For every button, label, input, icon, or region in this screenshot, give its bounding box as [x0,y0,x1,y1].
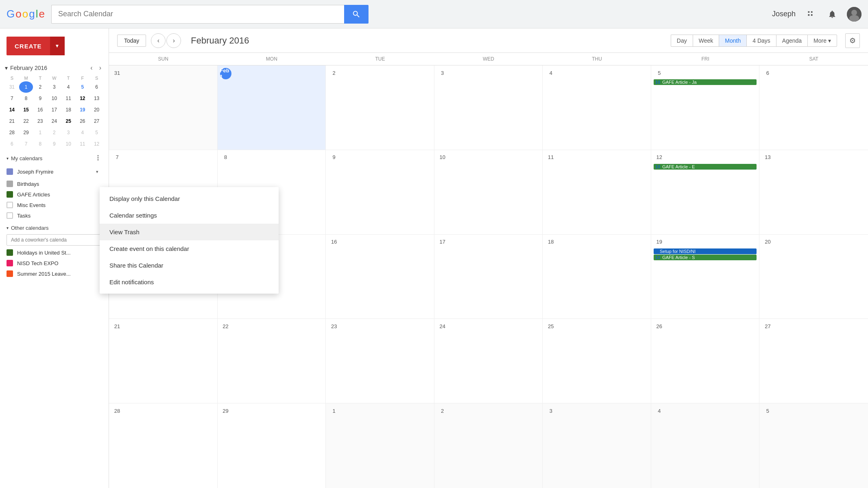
prev-button[interactable]: ‹ [151,33,166,48]
view-agenda[interactable]: Agenda [776,35,807,47]
avatar[interactable] [847,7,861,22]
mini-day-m2[interactable]: 2 [47,127,61,138]
mini-day-8[interactable]: 8 [19,93,33,104]
view-day[interactable]: Day [671,35,693,47]
view-month[interactable]: Month [719,35,746,47]
mini-cal-title[interactable]: ▾ February 2016 [5,65,47,71]
cal-day-24[interactable]: 24 [434,319,543,403]
notifications-icon[interactable] [825,7,840,22]
mini-day-1[interactable]: 1 [19,81,33,93]
mini-day-16[interactable]: 16 [33,104,47,115]
next-button[interactable]: › [166,33,181,48]
cal-day-mar4[interactable]: 4 [651,403,760,488]
cal-day-29[interactable]: 29 [218,403,326,488]
cal-day-3[interactable]: 3 [434,65,543,150]
cal-day-19[interactable]: 19 7 Setup for NISD/NI 10 GAFE Article -… [651,235,760,319]
mini-day-4[interactable]: 4 [61,81,76,93]
cal-day-28[interactable]: 28 [109,403,218,488]
mini-day-19[interactable]: 19 [76,104,90,115]
mini-day-28[interactable]: 28 [5,127,19,138]
mini-day-m1[interactable]: 1 [33,127,47,138]
ctx-edit-notifications[interactable]: Edit notifications [100,274,279,290]
mini-day-m11[interactable]: 11 [76,138,90,150]
ctx-create-event[interactable]: Create event on this calendar [100,240,279,257]
mini-cal-prev[interactable]: ‹ [88,63,95,72]
mini-day-31[interactable]: 31 [5,81,19,93]
cal-day-mar1[interactable]: 1 [326,403,434,488]
mini-day-2[interactable]: 2 [33,81,47,93]
cal-day-mar3[interactable]: 3 [543,403,651,488]
ctx-display-only[interactable]: Display only this Calendar [100,190,279,207]
calendar-item-birthdays[interactable]: Birthdays [0,179,109,189]
calendar-item-summer[interactable]: Summer 2015 Leave... [0,268,109,279]
event-gafe-e[interactable]: 10 GAFE Article - E [654,164,757,170]
search-button[interactable] [344,5,369,24]
mini-day-18[interactable]: 18 [61,104,76,115]
other-calendars-section[interactable]: ▾ Other calendars [0,221,109,233]
event-gafe-jan[interactable]: 10 GAFE Article - Ja [654,79,757,85]
mini-day-27[interactable]: 27 [89,115,104,127]
cal-day-13[interactable]: 13 [759,150,868,234]
cal-day-2[interactable]: 2 [326,65,434,150]
cal-day-4[interactable]: 4 [543,65,651,150]
cal-day-6[interactable]: 6 [759,65,868,150]
cal-day-10[interactable]: 10 [434,150,543,234]
cal-day-18[interactable]: 18 [543,235,651,319]
event-gafe-s[interactable]: 10 GAFE Article - S [654,255,757,260]
cal-day-9[interactable]: 9 [326,150,434,234]
view-week[interactable]: Week [693,35,719,47]
settings-button[interactable]: ⚙ [845,33,860,48]
add-coworker-input[interactable] [7,234,102,246]
mini-day-5[interactable]: 5 [76,81,90,93]
mini-day-6[interactable]: 6 [89,81,104,93]
cal-day-12[interactable]: 12 10 GAFE Article - E [651,150,760,234]
cal-day-17[interactable]: 17 [434,235,543,319]
search-input[interactable] [51,5,344,24]
cal-day-23[interactable]: 23 [326,319,434,403]
mini-cal-next[interactable]: › [97,63,104,72]
mini-day-20[interactable]: 20 [89,104,104,115]
calendar-item-joseph[interactable]: Joseph Frymire ▾ [0,165,109,179]
calendar-item-nisd[interactable]: NISD Tech EXPO [0,258,109,268]
create-button[interactable]: CREATE [7,37,50,55]
my-calendars-section[interactable]: ▾ My calendars [0,150,109,165]
mini-day-29[interactable]: 29 [19,127,33,138]
view-4days[interactable]: 4 Days [746,35,776,47]
cal-day-feb1[interactable]: Feb 1 [218,65,326,150]
calendar-item-holidays[interactable]: Holidays in United St... [0,247,109,258]
mini-day-m4[interactable]: 4 [76,127,90,138]
mini-day-m9[interactable]: 9 [47,138,61,150]
calendar-item-misc[interactable]: Misc Events [0,200,109,210]
cal-day-25[interactable]: 25 [543,319,651,403]
cal-day-11[interactable]: 11 [543,150,651,234]
cal-day-27[interactable]: 27 [759,319,868,403]
today-button[interactable]: Today [117,35,146,47]
mini-day-7[interactable]: 7 [5,93,19,104]
ctx-view-trash[interactable]: View Trash [100,224,279,240]
mini-day-25[interactable]: 25 [61,115,76,127]
event-nisd[interactable]: 7 Setup for NISD/NI [654,248,757,254]
mini-day-13[interactable]: 13 [89,93,104,104]
mini-day-9[interactable]: 9 [33,93,47,104]
view-more[interactable]: More ▾ [807,35,837,47]
mini-day-10[interactable]: 10 [47,93,61,104]
cal-day-20[interactable]: 20 [759,235,868,319]
mini-day-m6[interactable]: 6 [5,138,19,150]
calendar-item-tasks[interactable]: Tasks [0,210,109,221]
mini-day-15[interactable]: 15 [19,104,33,115]
mini-day-24[interactable]: 24 [47,115,61,127]
ctx-share-calendar[interactable]: Share this Calendar [100,257,279,274]
calendar-item-gafe[interactable]: GAFE Articles [0,189,109,200]
cal-day-16[interactable]: 16 [326,235,434,319]
mini-day-26[interactable]: 26 [76,115,90,127]
cal-day-mar5[interactable]: 5 [759,403,868,488]
mini-day-m5[interactable]: 5 [89,127,104,138]
cal-day-21[interactable]: 21 [109,319,218,403]
cal-day-31[interactable]: 31 [109,65,218,150]
cal-day-mar2[interactable]: 2 [434,403,543,488]
mini-day-12[interactable]: 12 [76,93,90,104]
cal-day-26[interactable]: 26 [651,319,760,403]
cal-dropdown-joseph[interactable]: ▾ [92,167,102,176]
ctx-calendar-settings[interactable]: Calendar settings [100,207,279,224]
cal-day-22[interactable]: 22 [218,319,326,403]
